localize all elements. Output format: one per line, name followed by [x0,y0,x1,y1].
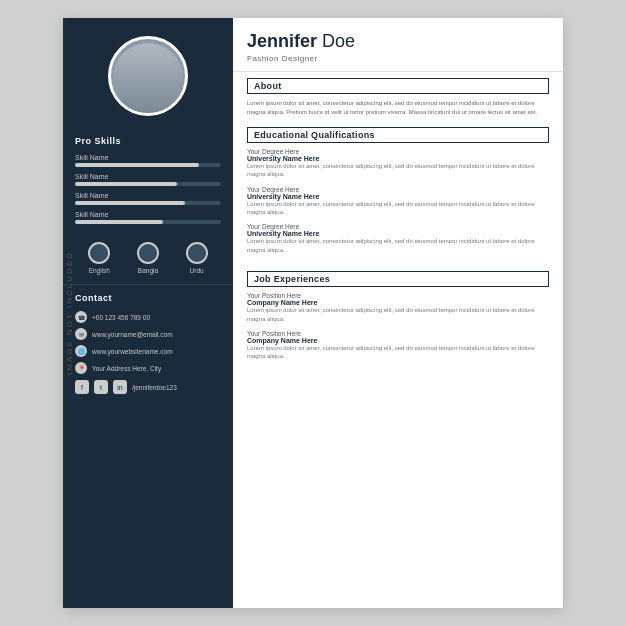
skill-bar-bg [75,182,221,186]
job-position: Your Position Here [247,292,549,299]
language-circle [186,242,208,264]
job-list: Your Position Here Company Name Here Lor… [247,292,549,361]
skill-list: Skill Name Skill Name Skill Name Skill N… [75,154,221,224]
phone-text: +00 123 456 789 00 [92,314,150,321]
job-desc: Lorem ipsum dolor sit amet, consectetur … [247,344,549,361]
job-entry: Your Position Here Company Name Here Lor… [247,330,549,361]
linkedin-icon: in [113,380,127,394]
contact-website: 🌐 www.yourwebsitename.com [75,345,221,357]
skill-bar-fill [75,220,163,224]
skill-name: Skill Name [75,173,221,180]
social-row: f t in /jenniferdoe123 [75,380,221,394]
skill-name: Skill Name [75,211,221,218]
contact-address: 📍 Your Address Here, City [75,362,221,374]
pro-skills-title: Pro Skills [75,136,221,146]
job-company: Company Name Here [247,337,549,344]
job-company: Company Name Here [247,299,549,306]
education-section: Educational Qualifications Your Degree H… [233,121,563,265]
skill-bar-bg [75,220,221,224]
skill-item: Skill Name [75,211,221,224]
twitter-icon: t [94,380,108,394]
right-column: Jennifer Doe Fashion Designer About Lore… [233,18,563,608]
first-name: Jennifer [247,31,317,51]
edu-university: University Name Here [247,193,549,200]
phone-icon: ☎ [75,311,87,323]
address-icon: 📍 [75,362,87,374]
skill-item: Skill Name [75,192,221,205]
about-header: About [247,78,549,94]
side-text-label: IMAGE NOT INCLUDED [65,251,74,375]
avatar [108,36,188,116]
edu-desc: Lorem ipsum dolor sit amet, consectetur … [247,162,549,179]
profile-section [63,18,233,128]
education-list: Your Degree Here University Name Here Lo… [247,148,549,254]
edu-degree: Your Degree Here [247,186,549,193]
job-title: Fashion Designer [247,54,549,63]
job-desc: Lorem ipsum dolor sit amet, consectetur … [247,306,549,323]
skill-bar-fill [75,182,177,186]
website-icon: 🌐 [75,345,87,357]
language-name: Urdu [190,267,204,274]
job-experiences-header: Job Experiences [247,271,549,287]
education-entry: Your Degree Here University Name Here Lo… [247,186,549,217]
skill-item: Skill Name [75,154,221,167]
website-text: www.yourwebsitename.com [92,348,173,355]
about-text: Lorem ipsum dolor sit amet, consectetur … [247,99,549,117]
job-experiences-section: Job Experiences Your Position Here Compa… [233,265,563,372]
skill-name: Skill Name [75,154,221,161]
contact-phone: ☎ +00 123 456 789 00 [75,311,221,323]
edu-desc: Lorem ipsum dolor sit amet, consectetur … [247,200,549,217]
job-position: Your Position Here [247,330,549,337]
edu-university: University Name Here [247,155,549,162]
edu-degree: Your Degree Here [247,223,549,230]
address-text: Your Address Here, City [92,365,161,372]
left-column: Pro Skills Skill Name Skill Name Skill N… [63,18,233,608]
language-name: English [89,267,110,274]
skill-bar-fill [75,201,185,205]
last-name: Doe [322,31,355,51]
language-item: English [88,242,110,274]
education-header: Educational Qualifications [247,127,549,143]
edu-university: University Name Here [247,230,549,237]
skill-bar-bg [75,163,221,167]
avatar-silhouette [113,43,183,113]
pro-skills-section: Pro Skills Skill Name Skill Name Skill N… [63,128,233,234]
language-name: Bangla [138,267,158,274]
language-circle [88,242,110,264]
name-header: Jennifer Doe Fashion Designer [233,18,563,72]
facebook-icon: f [75,380,89,394]
contact-section: Contact ☎ +00 123 456 789 00 ✉ www.yourn… [63,284,233,400]
education-entry: Your Degree Here University Name Here Lo… [247,223,549,254]
resume-document: Pro Skills Skill Name Skill Name Skill N… [63,18,563,608]
email-icon: ✉ [75,328,87,340]
edu-desc: Lorem ipsum dolor sit amet, consectetur … [247,237,549,254]
contact-email: ✉ www.yourname@email.com [75,328,221,340]
contact-title: Contact [75,293,221,303]
language-circle [137,242,159,264]
social-handle: /jenniferdoe123 [132,384,177,391]
email-text: www.yourname@email.com [92,331,173,338]
skill-name: Skill Name [75,192,221,199]
skill-item: Skill Name [75,173,221,186]
education-entry: Your Degree Here University Name Here Lo… [247,148,549,179]
job-entry: Your Position Here Company Name Here Lor… [247,292,549,323]
edu-degree: Your Degree Here [247,148,549,155]
about-section: About Lorem ipsum dolor sit amet, consec… [233,72,563,121]
page-wrapper: IMAGE NOT INCLUDED Pro Skills Skill Name… [0,0,626,626]
skill-bar-fill [75,163,199,167]
languages-section: English Bangla Urdu [63,234,233,280]
skill-bar-bg [75,201,221,205]
language-item: Urdu [186,242,208,274]
language-item: Bangla [137,242,159,274]
full-name: Jennifer Doe [247,32,549,52]
